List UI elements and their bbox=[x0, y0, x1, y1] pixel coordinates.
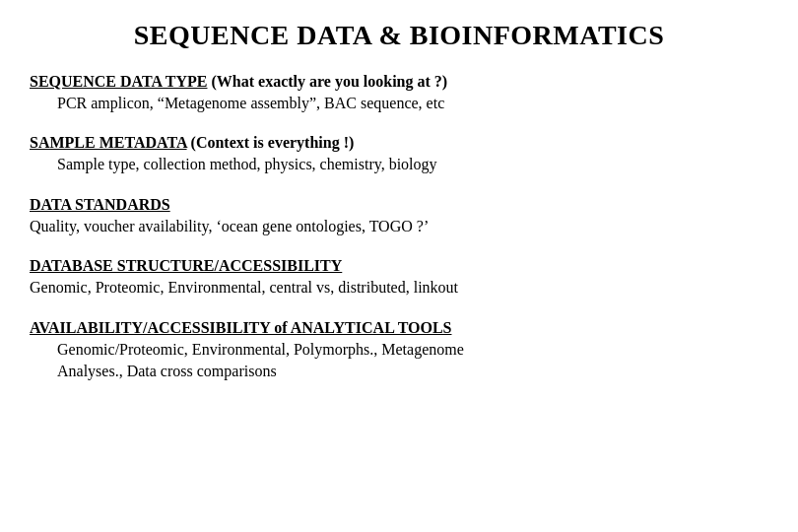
section-heading-suffix-sequence-data-type: (What exactly are you looking at ?) bbox=[207, 73, 447, 90]
section-detail-sample-metadata: Sample type, collection method, physics,… bbox=[57, 154, 768, 175]
section-detail-sequence-data-type: PCR amplicon, “Metagenome assembly”, BAC… bbox=[57, 93, 768, 114]
section-heading-availability-tools: AVAILABILITY/ACCESSIBILITY of ANALYTICAL… bbox=[30, 319, 451, 336]
section-detail-data-standards: Quality, voucher availability, ‘ocean ge… bbox=[30, 216, 768, 237]
section-detail-availability-tools: Genomic/Proteomic, Environmental, Polymo… bbox=[57, 339, 768, 361]
section-heading-sequence-data-type: SEQUENCE DATA TYPE bbox=[30, 73, 207, 90]
sections-container: SEQUENCE DATA TYPE (What exactly are you… bbox=[30, 73, 768, 402]
section-heading-database-structure: DATABASE STRUCTURE/ACCESSIBILITY bbox=[30, 257, 342, 274]
page-container: SEQUENCE DATA & BIOINFORMATICS SEQUENCE … bbox=[0, 0, 798, 532]
section-heading-sample-metadata: SAMPLE METADATA bbox=[30, 134, 187, 151]
section-detail-database-structure: Genomic, Proteomic, Environmental, centr… bbox=[30, 277, 768, 299]
section-heading-data-standards: DATA STANDARDS bbox=[30, 196, 170, 213]
section-data-standards: DATA STANDARDSQuality, voucher availabil… bbox=[30, 196, 768, 237]
section-sample-metadata: SAMPLE METADATA (Context is everything !… bbox=[30, 134, 768, 175]
main-title: SEQUENCE DATA & BIOINFORMATICS bbox=[30, 20, 768, 51]
section-detail-availability-tools: Analyses., Data cross comparisons bbox=[57, 361, 768, 382]
section-sequence-data-type: SEQUENCE DATA TYPE (What exactly are you… bbox=[30, 73, 768, 114]
section-availability-tools: AVAILABILITY/ACCESSIBILITY of ANALYTICAL… bbox=[30, 319, 768, 383]
section-database-structure: DATABASE STRUCTURE/ACCESSIBILITYGenomic,… bbox=[30, 257, 768, 299]
section-heading-suffix-sample-metadata: (Context is everything !) bbox=[187, 134, 355, 151]
